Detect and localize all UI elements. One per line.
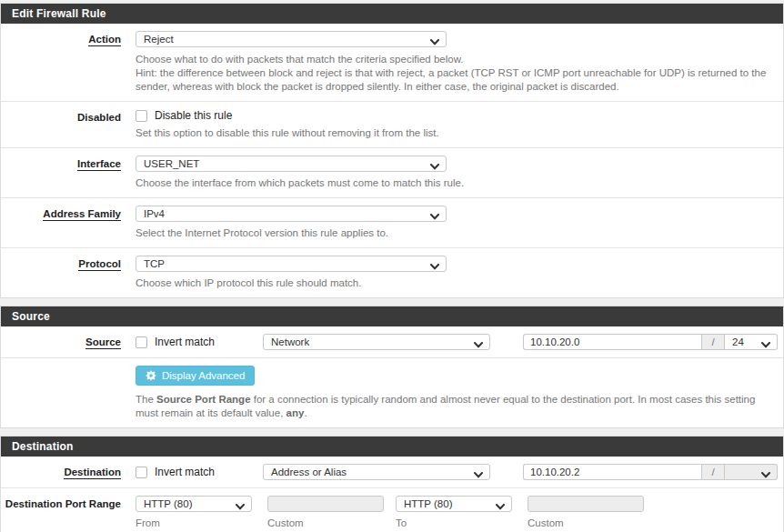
action-help-line1: Choose what to do with packets that matc… [136, 53, 778, 66]
edit-firewall-rule-panel: Edit Firewall Rule Action Reject Choose … [0, 3, 784, 298]
disable-rule-checkbox-wrap[interactable]: Disable this rule [136, 109, 778, 122]
source-invert-checkbox-wrap[interactable]: Invert match [136, 336, 263, 348]
source-advanced-row: Display Advanced The Source Port Range f… [1, 358, 783, 427]
mask-separator: / [701, 334, 725, 350]
disabled-help: Set this option to disable this rule wit… [136, 126, 778, 140]
panel-title-destination: Destination [1, 437, 783, 457]
source-type-select-value: Network [271, 336, 309, 347]
address-family-help: Select the Internet Protocol version thi… [136, 226, 778, 240]
mask-separator: / [701, 464, 725, 480]
destination-panel: Destination Destination Invert match Add… [0, 436, 784, 532]
chevron-down-icon [474, 469, 483, 480]
address-family-label: Address Family [43, 208, 121, 221]
port-from-custom-input[interactable] [267, 496, 384, 512]
destination-type-select[interactable]: Address or Alias [263, 464, 490, 480]
interface-select[interactable]: USER_NET [136, 156, 447, 172]
protocol-label: Protocol [78, 258, 121, 271]
port-to-caption: To [396, 517, 512, 528]
action-help-line2: Hint: the difference between block and r… [136, 66, 778, 94]
chevron-down-icon [496, 501, 505, 512]
chevron-down-icon [236, 501, 245, 512]
address-family-row: Address Family IPv4 Select the Internet … [1, 198, 783, 248]
port-from-caption: From [136, 517, 252, 528]
port-from-select[interactable]: HTTP (80) [136, 496, 252, 512]
panel-title-source: Source [1, 306, 783, 326]
port-to-select-value: HTTP (80) [404, 498, 452, 509]
port-from-select-value: HTTP (80) [144, 498, 192, 509]
chevron-down-icon [430, 36, 439, 47]
address-family-select[interactable]: IPv4 [136, 206, 447, 222]
disabled-label: Disabled [77, 112, 121, 123]
destination-label: Destination [64, 467, 121, 479]
gear-icon [146, 370, 156, 381]
port-to-custom-input[interactable] [528, 496, 644, 512]
port-to-select[interactable]: HTTP (80) [396, 496, 512, 512]
source-mask-select-value: 24 [732, 336, 744, 347]
destination-invert-checkbox[interactable] [136, 467, 147, 478]
chevron-down-icon [430, 211, 439, 222]
source-label: Source [85, 336, 121, 349]
disable-rule-checkbox[interactable] [136, 110, 147, 122]
chevron-down-icon [761, 339, 770, 350]
display-advanced-button[interactable]: Display Advanced [136, 366, 255, 386]
destination-invert-label: Invert match [155, 466, 215, 478]
source-panel: Source Source Invert match Network / 24 [0, 306, 784, 428]
interface-label: Interface [77, 158, 121, 171]
display-advanced-label: Display Advanced [162, 370, 245, 381]
chevron-down-icon [474, 339, 483, 350]
source-address-input[interactable] [523, 334, 701, 350]
action-select-value: Reject [144, 34, 174, 45]
protocol-row: Protocol TCP Choose which IP protocol th… [1, 248, 783, 297]
source-row: Source Invert match Network / 24 [1, 326, 783, 358]
port-from-custom-caption: Custom [267, 517, 384, 528]
protocol-help: Choose which IP protocol this rule shoul… [136, 276, 778, 290]
interface-select-value: USER_NET [144, 158, 199, 169]
interface-help: Choose the interface from which packets … [136, 176, 778, 190]
action-label: Action [88, 34, 121, 46]
source-mask-select[interactable]: 24 [725, 334, 778, 350]
destination-invert-checkbox-wrap[interactable]: Invert match [136, 466, 263, 478]
destination-port-range-label: Destination Port Range [5, 498, 121, 509]
destination-type-select-value: Address or Alias [271, 467, 347, 477]
protocol-select-value: TCP [144, 258, 165, 269]
address-family-select-value: IPv4 [144, 208, 165, 219]
destination-mask-select[interactable] [725, 464, 778, 480]
panel-title-edit-firewall-rule: Edit Firewall Rule [1, 4, 783, 24]
chevron-down-icon [430, 161, 439, 172]
source-type-select[interactable]: Network [263, 334, 490, 350]
interface-row: Interface USER_NET Choose the interface … [1, 148, 783, 198]
destination-port-range-row: Destination Port Range HTTP (80) From Cu… [1, 488, 783, 532]
source-port-help: The Source Port Range for a connection i… [136, 393, 778, 420]
chevron-down-icon [761, 469, 770, 480]
action-select[interactable]: Reject [136, 31, 447, 47]
action-row: Action Reject Choose what to do with pac… [1, 24, 783, 102]
source-invert-checkbox[interactable] [136, 336, 147, 348]
disable-rule-checkbox-label: Disable this rule [155, 109, 232, 122]
source-invert-label: Invert match [155, 336, 215, 348]
disabled-row: Disabled Disable this rule Set this opti… [1, 102, 783, 148]
destination-row: Destination Invert match Address or Alia… [1, 457, 783, 488]
protocol-select[interactable]: TCP [136, 256, 447, 272]
chevron-down-icon [430, 261, 439, 272]
port-to-custom-caption: Custom [528, 517, 644, 528]
destination-address-input[interactable] [523, 464, 701, 480]
